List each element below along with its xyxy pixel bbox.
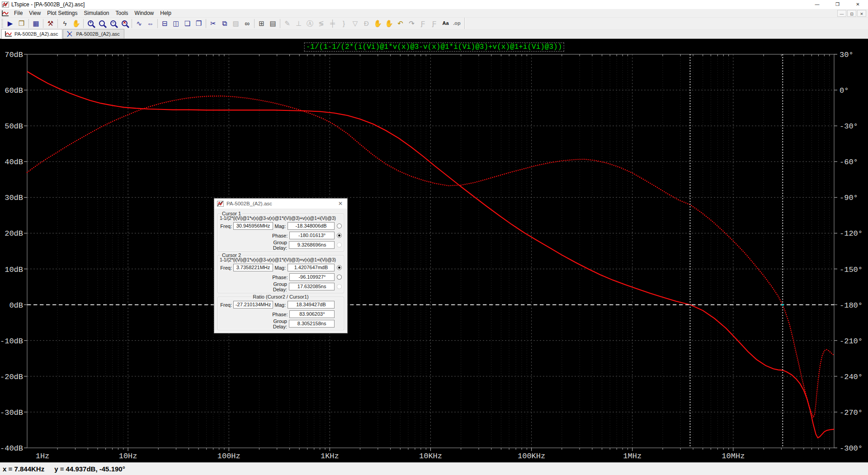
zoom-back-button[interactable]: ✕ bbox=[119, 19, 130, 28]
zoom-fit-button[interactable] bbox=[96, 19, 108, 28]
cascade-button[interactable]: ❏ bbox=[182, 19, 193, 28]
cursor-group-2: Cursor 21-1/(2*(i(Vi)@1*v(x)@3-v(x)@1*i(… bbox=[217, 255, 344, 293]
radio-mag[interactable] bbox=[337, 223, 342, 228]
tile-horizontal-button[interactable]: ⊟ bbox=[159, 19, 170, 28]
tab-2-schematic[interactable]: PA-5002B_(A2).asc bbox=[63, 29, 124, 38]
value-field[interactable]: -18.348006dB bbox=[288, 222, 335, 230]
autorange-y-button[interactable]: ∿ bbox=[133, 19, 145, 28]
diode-button[interactable]: ▽ bbox=[349, 19, 361, 28]
component-button[interactable]: Ð bbox=[361, 19, 372, 28]
title-bar[interactable]: LTspice - [PA-5002B_(A2).asc] — ❐ ✕ bbox=[0, 0, 868, 9]
undo-button[interactable]: ↶ bbox=[395, 19, 406, 28]
tab-1-waveform[interactable]: PA-5002B_(A2).asc bbox=[1, 29, 62, 39]
freq-value-field[interactable]: 3.7358221MHz bbox=[233, 264, 273, 271]
save-icon: ▦ bbox=[33, 20, 39, 27]
redo-button[interactable]: ↷ bbox=[406, 19, 417, 28]
wire-button[interactable]: ✎ bbox=[282, 19, 293, 28]
radio-phase[interactable] bbox=[337, 275, 342, 280]
value-label: Mag: bbox=[273, 223, 288, 229]
tab-label: PA-5002B_(A2).asc bbox=[76, 31, 119, 37]
radio-phase[interactable] bbox=[337, 233, 342, 238]
label-net-button[interactable]: Ⓐ bbox=[304, 19, 316, 28]
y-left-tick-label: 20dB bbox=[5, 229, 23, 238]
child-close-button[interactable]: ✕ bbox=[857, 10, 866, 17]
value-field[interactable]: -96.109927° bbox=[289, 273, 335, 281]
run-button[interactable]: ϟ bbox=[59, 19, 71, 28]
radio-groupdelay[interactable] bbox=[337, 242, 342, 247]
child-minimize-button[interactable]: — bbox=[837, 10, 846, 17]
inductor-button[interactable]: } bbox=[338, 19, 349, 28]
paste-button[interactable]: ▨ bbox=[230, 19, 241, 28]
value-field[interactable]: 1.4207647mdB bbox=[288, 264, 335, 271]
drag-button[interactable]: ✋ bbox=[383, 19, 395, 28]
zoom-fit-icon bbox=[99, 20, 105, 26]
tile-vertical-button[interactable]: ◫ bbox=[170, 19, 182, 28]
mirror-button[interactable]: Ƒ bbox=[429, 19, 440, 28]
menu-item-file[interactable]: File bbox=[11, 9, 26, 17]
zoom-out-button[interactable]: − bbox=[108, 19, 119, 28]
print-button[interactable]: ▤ bbox=[267, 19, 278, 28]
menu-item-window[interactable]: Window bbox=[132, 9, 157, 17]
x-tick-label: 100Hz bbox=[217, 452, 241, 461]
halt-icon: ✋ bbox=[72, 20, 80, 27]
cursor-dialog[interactable]: PA-5002B_(A2).asc ✕ Cursor 11-1/(2*(i(Vi… bbox=[214, 198, 348, 333]
open-file-button[interactable]: ❐ bbox=[16, 19, 27, 28]
copy-button[interactable]: ⧉ bbox=[219, 19, 230, 28]
print-preview-button[interactable]: ⊞ bbox=[256, 19, 267, 28]
new-file-icon: ▶ bbox=[8, 20, 13, 27]
value-field[interactable]: 8.3052158ns bbox=[289, 320, 335, 328]
value-field[interactable]: 17.632085ns bbox=[289, 283, 335, 290]
value-field[interactable]: 83.906203° bbox=[289, 310, 335, 318]
new-file-button[interactable]: ▶ bbox=[5, 19, 16, 28]
capacitor-button[interactable]: ╪ bbox=[327, 19, 338, 28]
tab-label: PA-5002B_(A2).asc bbox=[14, 31, 58, 37]
move-button[interactable]: ✋ bbox=[372, 19, 383, 28]
close-window-button[interactable]: ❐ bbox=[193, 19, 204, 28]
bode-plot-canvas[interactable]: 70dB30°60dB0°50dB-30°40dB-60°30dB-90°20d… bbox=[0, 39, 868, 462]
freq-value-field[interactable]: 30.945956MHz bbox=[233, 222, 273, 230]
child-restore-button[interactable]: ⊡ bbox=[847, 10, 856, 17]
spice-directive-button[interactable]: .op bbox=[451, 19, 462, 28]
menu-item-plot-settings[interactable]: Plot Settings bbox=[44, 9, 80, 17]
magnifier-glyph: + bbox=[89, 21, 93, 25]
cursor-dialog-close-icon[interactable]: ✕ bbox=[336, 200, 344, 207]
dialog-row: Phase:83.906203° bbox=[220, 309, 342, 319]
ground-icon: ⊥ bbox=[296, 20, 302, 27]
menu-item-view[interactable]: View bbox=[26, 9, 44, 17]
pan-axis-button[interactable]: ⇔ bbox=[145, 19, 156, 28]
close-button[interactable]: ✕ bbox=[848, 0, 868, 9]
value-field[interactable]: 9.3268696ns bbox=[289, 241, 335, 249]
ground-button[interactable]: ⊥ bbox=[293, 19, 304, 28]
halt-button[interactable]: ✋ bbox=[71, 19, 82, 28]
minimize-button[interactable]: — bbox=[807, 0, 827, 9]
undo-icon: ↶ bbox=[397, 20, 403, 27]
freq-value-field[interactable]: -27.210134MHz bbox=[233, 301, 273, 309]
find-button[interactable]: ∞ bbox=[241, 19, 253, 28]
control-panel-icon: ⚒ bbox=[47, 20, 53, 27]
waveform-pane[interactable]: Window Snip 70dB30°60dB0°50dB-30°40dB-60… bbox=[0, 39, 868, 462]
cursor-dialog-titlebar[interactable]: PA-5002B_(A2).asc ✕ bbox=[214, 199, 347, 209]
y-right-tick-label: -150° bbox=[840, 266, 863, 274]
save-button[interactable]: ▦ bbox=[30, 19, 42, 28]
radio-groupdelay[interactable] bbox=[337, 284, 342, 289]
y-right-tick-label: -60° bbox=[840, 158, 858, 166]
maximize-button[interactable]: ❐ bbox=[827, 0, 848, 9]
y-right-tick-label: -30° bbox=[840, 122, 858, 131]
zoom-back-icon: ✕ bbox=[122, 20, 127, 26]
rotate-button[interactable]: Ƒ bbox=[417, 19, 429, 28]
plot-expression-title[interactable]: -1/(1-1/(2*(i(Vi)@1*v(x)@3-v(x)@1*i(Vi)@… bbox=[305, 43, 564, 51]
menu-item-help[interactable]: Help bbox=[157, 9, 175, 17]
y-right-tick-label: 30° bbox=[840, 51, 854, 59]
control-panel-button[interactable]: ⚒ bbox=[45, 19, 56, 28]
text-button[interactable]: Aa bbox=[440, 19, 451, 28]
menu-item-tools[interactable]: Tools bbox=[113, 9, 132, 17]
menu-item-simulation[interactable]: Simulation bbox=[81, 9, 113, 17]
resistor-button[interactable]: ≶ bbox=[316, 19, 327, 28]
toolbar-grip[interactable] bbox=[1, 19, 3, 28]
value-field[interactable]: -180.01613° bbox=[289, 232, 335, 239]
cut-button[interactable]: ✂ bbox=[208, 19, 219, 28]
radio-mag[interactable] bbox=[337, 265, 342, 270]
value-field[interactable]: 18.349427dB bbox=[288, 301, 335, 309]
zoom-in-button[interactable]: + bbox=[85, 19, 96, 28]
y-left-tick-label: 70dB bbox=[5, 51, 23, 59]
